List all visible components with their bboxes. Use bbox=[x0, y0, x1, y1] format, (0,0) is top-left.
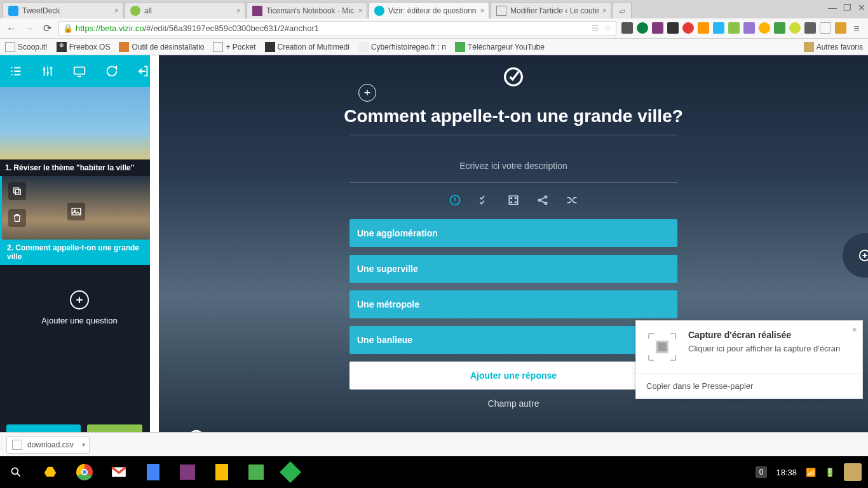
extension-icon[interactable] bbox=[774, 22, 785, 34]
extension-icon[interactable] bbox=[621, 22, 633, 34]
minimize-icon[interactable]: — bbox=[828, 3, 837, 13]
chrome-icon[interactable] bbox=[75, 463, 94, 482]
bookmark[interactable]: + Pocket bbox=[213, 42, 255, 52]
forward-button[interactable]: → bbox=[23, 22, 36, 35]
menu-icon[interactable]: ≡ bbox=[850, 22, 863, 35]
bookmark[interactable]: Téléchargeur YouTube bbox=[455, 42, 545, 52]
maximize-icon[interactable]: ❐ bbox=[843, 3, 851, 13]
clock[interactable]: 18:38 bbox=[776, 468, 797, 477]
other-bookmarks[interactable]: Autres favoris bbox=[804, 42, 863, 52]
extension-icon[interactable] bbox=[804, 22, 816, 34]
close-icon[interactable]: × bbox=[236, 6, 241, 15]
extension-icon[interactable] bbox=[698, 22, 709, 34]
wifi-icon[interactable]: 📶 bbox=[806, 468, 816, 477]
extension-icon[interactable] bbox=[820, 22, 831, 34]
shuffle-icon[interactable] bbox=[566, 194, 578, 207]
copy-clipboard-button[interactable]: Copier dans le Presse-papier bbox=[636, 373, 862, 398]
image-icon[interactable] bbox=[67, 203, 85, 220]
extension-icon[interactable] bbox=[667, 22, 679, 34]
extension-icon[interactable] bbox=[743, 22, 755, 34]
back-button[interactable]: ← bbox=[5, 22, 18, 35]
svg-rect-2 bbox=[14, 188, 19, 193]
notification-badge[interactable]: 0 bbox=[756, 466, 768, 478]
other-field-button[interactable]: Champ autre bbox=[488, 398, 539, 409]
drive-icon[interactable] bbox=[41, 463, 60, 482]
answer-option[interactable]: Une superville bbox=[349, 255, 677, 283]
description-input[interactable]: Ecrivez ici votre description bbox=[349, 151, 677, 181]
download-item[interactable]: download.csv ▾ bbox=[6, 436, 90, 454]
new-tab-button[interactable]: ▱ bbox=[613, 2, 632, 18]
vizir-logo-icon bbox=[503, 67, 524, 90]
extension-row: ≡ bbox=[621, 22, 863, 35]
list-icon[interactable] bbox=[6, 62, 25, 81]
answer-option[interactable]: Une métropole bbox=[349, 290, 677, 318]
duplicate-icon[interactable] bbox=[8, 182, 26, 200]
extension-icon[interactable] bbox=[637, 22, 648, 34]
share-icon[interactable] bbox=[536, 194, 549, 207]
search-icon[interactable] bbox=[6, 463, 25, 482]
resize-handle[interactable] bbox=[150, 55, 159, 456]
add-question-button[interactable]: Ajouter une question bbox=[0, 290, 159, 325]
os-taskbar: 0 18:38 📶 🔋 bbox=[0, 456, 868, 488]
extension-icon[interactable] bbox=[682, 22, 694, 34]
question-title[interactable]: Comment appelle-t-on une grande ville? bbox=[344, 106, 683, 126]
reload-button[interactable]: ⟳ bbox=[41, 22, 53, 35]
extension-icon[interactable] bbox=[652, 22, 663, 34]
browser-tab[interactable]: Modifier l'article ‹ Le coute× bbox=[491, 2, 611, 18]
extension-icon[interactable] bbox=[759, 22, 770, 34]
onenote-icon[interactable] bbox=[178, 463, 197, 482]
notification-text: Cliquer ici pour afficher la capture d'é… bbox=[688, 344, 840, 353]
svg-point-13 bbox=[545, 196, 546, 198]
notification-body[interactable]: Capture d'écran réalisée Cliquer ici pou… bbox=[636, 321, 862, 373]
gmail-icon[interactable] bbox=[109, 463, 128, 482]
close-window-icon[interactable]: ✕ bbox=[858, 3, 865, 13]
desktop-icon[interactable] bbox=[70, 62, 89, 81]
multi-select-icon[interactable] bbox=[478, 194, 491, 207]
url-path: /#/edit/56a39197ec859c0300bec631/2#ancho… bbox=[144, 24, 319, 33]
bookmark[interactable]: ⊕Freebox OS bbox=[57, 42, 111, 52]
docs-icon[interactable] bbox=[144, 463, 163, 482]
answer-option[interactable]: Une banlieue bbox=[349, 326, 677, 354]
slide-label: 1. Réviser le thème "habiter la ville" bbox=[0, 159, 150, 176]
browser-tab[interactable]: TweetDeck× bbox=[3, 2, 123, 18]
extension-icon[interactable] bbox=[728, 22, 740, 34]
user-avatar[interactable] bbox=[844, 463, 862, 481]
answer-option[interactable]: Une agglomération bbox=[349, 219, 677, 247]
add-element-button[interactable]: + bbox=[358, 84, 376, 102]
chat-icon[interactable] bbox=[102, 62, 121, 81]
add-answer-button[interactable]: Ajouter une réponse bbox=[349, 362, 677, 390]
screenshot-thumb-icon bbox=[645, 330, 679, 364]
browser-tab[interactable]: Ticeman's Notebook - Mic× bbox=[247, 2, 367, 18]
battery-icon[interactable]: 🔋 bbox=[825, 468, 835, 477]
close-icon[interactable]: × bbox=[358, 6, 363, 15]
close-icon[interactable]: × bbox=[602, 6, 607, 15]
bookmark-star-icon[interactable]: ☆ bbox=[604, 24, 612, 33]
grid-icon[interactable] bbox=[507, 194, 520, 207]
window-controls: — ❐ ✕ bbox=[828, 3, 865, 13]
app-icon[interactable] bbox=[247, 463, 266, 482]
browser-tab-active[interactable]: Vizir: éditeur de questionn× bbox=[369, 2, 489, 18]
add-slide-fab[interactable] bbox=[843, 233, 868, 278]
sliders-icon[interactable] bbox=[38, 62, 57, 81]
bookmark[interactable]: Outil de désinstallatio bbox=[119, 42, 204, 52]
feedly-icon[interactable] bbox=[281, 463, 300, 482]
required-icon[interactable] bbox=[449, 194, 461, 207]
address-bar[interactable]: 🔒 https ://beta.vizir.co /#/edit/56a3919… bbox=[58, 21, 616, 36]
browser-tab[interactable]: all× bbox=[125, 2, 245, 18]
bookmark[interactable]: Creation of Multimedi bbox=[265, 42, 349, 52]
close-icon[interactable]: × bbox=[114, 6, 119, 15]
extension-icon[interactable] bbox=[835, 22, 846, 34]
slide-thumb-active[interactable]: 2. Comment appelle-t-on une grande ville bbox=[0, 176, 150, 265]
page-icon[interactable]: ☰ bbox=[592, 24, 599, 33]
trash-icon[interactable] bbox=[8, 209, 26, 227]
slides-icon[interactable] bbox=[212, 463, 231, 482]
close-icon[interactable]: × bbox=[852, 325, 857, 335]
bookmark[interactable]: Cyberhistoiregeo.fr : n bbox=[358, 42, 446, 52]
slide-thumb[interactable]: 1. Réviser le thème "habiter la ville" bbox=[0, 87, 150, 176]
extension-icon[interactable] bbox=[713, 22, 724, 34]
add-question-label: Ajouter une question bbox=[0, 316, 159, 325]
bookmark[interactable]: Scoop.it! bbox=[5, 42, 48, 52]
extension-icon[interactable] bbox=[789, 22, 801, 34]
chevron-down-icon[interactable]: ▾ bbox=[82, 441, 85, 448]
close-icon[interactable]: × bbox=[480, 6, 485, 15]
